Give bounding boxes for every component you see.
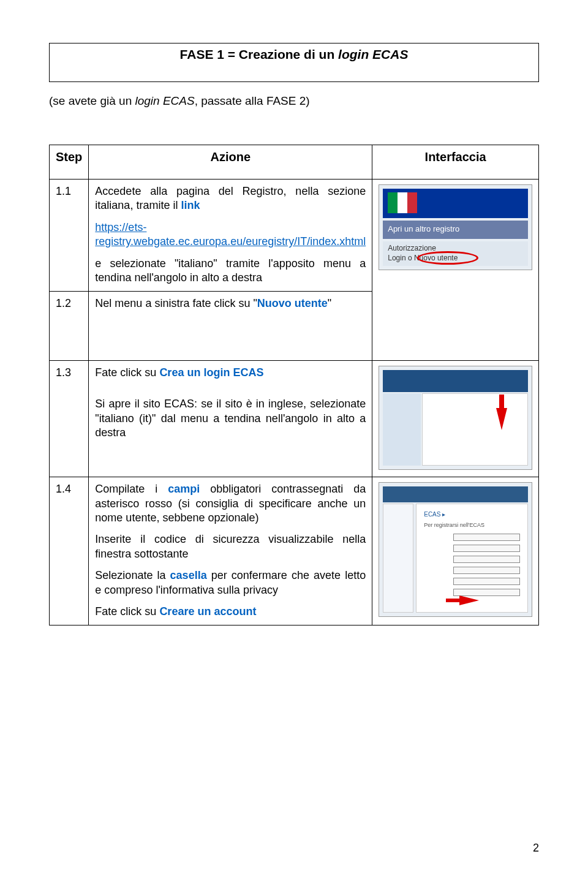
page: FASE 1 = Creazione di un login ECAS (se … xyxy=(0,0,588,873)
step-num-1-3: 1.3 xyxy=(50,360,89,477)
s2-link: Nuovo utente xyxy=(257,297,328,309)
header-row: Step Azione Interfaccia xyxy=(50,145,539,180)
col-step: Step xyxy=(50,145,89,180)
intro-suffix: , passate alla FASE 2) xyxy=(195,94,310,107)
s3-a: Fate click su xyxy=(95,366,159,379)
interface-1-1-2: Apri un altro registro Autorizzazione Lo… xyxy=(372,180,539,361)
red-oval-highlight xyxy=(417,251,478,265)
col-interface: Interfaccia xyxy=(372,145,539,180)
s4-p4-link: Creare un account xyxy=(159,605,256,618)
screenshot-registration-form: ECAS ▸ Per registrarsi nell'ECAS xyxy=(379,482,532,617)
s4-p3a: Selezionate la xyxy=(95,569,170,581)
title-prefix: FASE 1 = Creazione di un xyxy=(180,47,338,61)
step-num-1-4: 1.4 xyxy=(50,477,89,625)
col-action: Azione xyxy=(89,145,372,180)
step-num-1-1: 1.1 xyxy=(50,180,89,292)
row-1-1: 1.1 Accedete alla pagina del Registro, n… xyxy=(50,180,539,292)
shot1-mid: Apri un altro registro xyxy=(383,221,528,239)
step-num-1-2: 1.2 xyxy=(50,292,89,360)
screenshot-crea-login-ecas xyxy=(379,366,532,470)
s1-link-word: link xyxy=(181,199,200,211)
intro-prefix: (se avete già un xyxy=(49,94,135,107)
interface-1-3 xyxy=(372,360,539,477)
action-1-2: Nel menu a sinistra fate click su "Nuovo… xyxy=(89,292,372,360)
s4-p1a: Compilate i xyxy=(95,483,168,495)
interface-1-4: ECAS ▸ Per registrarsi nell'ECAS xyxy=(372,477,539,625)
s1-text-a: Accedete alla pagina del Registro, nella… xyxy=(95,185,366,211)
steps-table: Step Azione Interfaccia 1.1 Accedete all… xyxy=(49,145,539,625)
row-1-4: 1.4 Compilate i campi obbligatori contra… xyxy=(50,477,539,625)
s2-b: " xyxy=(328,297,331,309)
s3-para: Si apre il sito ECAS: se il sito è in in… xyxy=(95,397,366,440)
action-1-1: Accedete alla pagina del Registro, nella… xyxy=(89,180,372,292)
s1-line3: e selezionate "italiano" tramite l'appos… xyxy=(95,257,366,284)
red-arrow-down-icon xyxy=(496,408,507,430)
s1-url[interactable]: https://ets-registry.webgate.ec.europa.e… xyxy=(95,221,366,248)
s3-link: Crea un login ECAS xyxy=(159,366,263,379)
s4-p4a: Fate click su xyxy=(95,605,159,618)
action-1-3: Fate click su Crea un login ECAS Si apre… xyxy=(89,360,372,477)
s4-p3-link: casella xyxy=(170,569,207,581)
intro-italic: login ECAS xyxy=(135,94,194,107)
s2-a: Nel menu a sinistra fate click su " xyxy=(95,297,257,309)
row-1-3: 1.3 Fate click su Crea un login ECAS Si … xyxy=(50,360,539,477)
s4-p1-link: campi xyxy=(168,483,200,495)
screenshot-nuovo-utente: Apri un altro registro Autorizzazione Lo… xyxy=(379,184,532,270)
action-1-4: Compilate i campi obbligatori contrasseg… xyxy=(89,477,372,625)
intro-line: (se avete già un login ECAS, passate all… xyxy=(49,94,539,108)
page-number: 2 xyxy=(533,842,539,855)
title-box: FASE 1 = Creazione di un login ECAS xyxy=(49,43,539,82)
red-arrow-right-icon xyxy=(459,595,479,605)
s4-p2: Inserite il codice di sicurezza visualiz… xyxy=(95,532,366,561)
title-italic: login ECAS xyxy=(338,47,408,61)
